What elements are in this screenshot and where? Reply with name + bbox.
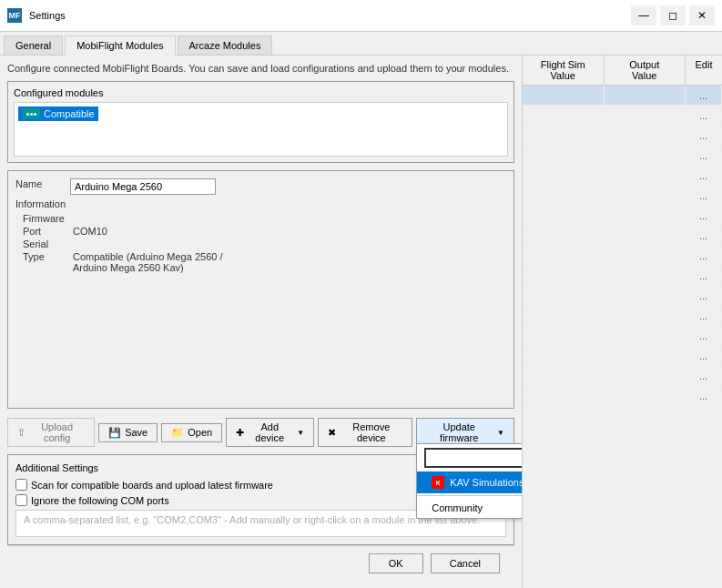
edit-dots-btn[interactable]: ... <box>699 310 707 321</box>
minimize-button[interactable]: ― <box>631 5 656 25</box>
table-row: ... <box>523 386 722 406</box>
edit-dots-btn[interactable]: ... <box>699 110 707 121</box>
scan-checkbox[interactable] <box>15 479 27 491</box>
open-button[interactable]: 📁 Open <box>161 423 222 442</box>
type-val: Compatible (Arduino Mega 2560 /Arduino M… <box>73 251 222 273</box>
edit-dots-btn[interactable]: ... <box>699 390 707 401</box>
window-title: Settings <box>29 10 624 21</box>
output-cell <box>605 266 686 285</box>
flight-cell <box>523 106 605 125</box>
edit-cell: ... <box>686 186 722 205</box>
edit-dots-btn[interactable]: ... <box>699 150 707 161</box>
add-device-button[interactable]: ✚ Add device ▼ <box>226 418 314 447</box>
right-table: Flight SimValue OutputValue Edit ... ... <box>523 56 722 588</box>
right-panel: Flight SimValue OutputValue Edit ... ... <box>522 56 722 588</box>
table-row: ... <box>523 286 722 306</box>
add-icon: ✚ <box>236 427 244 439</box>
edit-dots-btn[interactable]: ... <box>699 350 707 361</box>
flight-cell <box>523 186 605 205</box>
update-firmware-area: Update firmware ▼ K <box>416 418 514 447</box>
edit-cell: ... <box>686 206 722 225</box>
upload-config-button[interactable]: ⇧ Upload config <box>7 418 95 447</box>
kav-simulations-item[interactable]: K KAV Simulations ► <box>417 471 522 493</box>
output-col-header: OutputValue <box>605 56 686 85</box>
kav-icon: K <box>432 476 444 489</box>
upload-label: Upload config <box>29 421 85 443</box>
menu-separator <box>417 495 522 496</box>
edit-cell: ... <box>686 286 722 305</box>
edit-dots-btn[interactable]: ... <box>699 190 707 201</box>
module-item[interactable]: Compatible <box>18 106 98 121</box>
edit-dots-btn[interactable]: ... <box>699 90 707 101</box>
edit-dots-btn[interactable]: ... <box>699 210 707 221</box>
output-cell <box>605 346 686 365</box>
dot1 <box>26 113 29 116</box>
kav-icon-inner: K <box>432 476 444 489</box>
table-row: ... <box>523 126 722 146</box>
flight-cell <box>523 306 605 325</box>
output-cell <box>605 306 686 325</box>
table-row: ... <box>523 346 722 366</box>
output-cell <box>605 386 686 405</box>
remove-device-button[interactable]: ✖ Remove device <box>318 418 412 447</box>
serial-row: Serial <box>23 238 506 249</box>
configured-modules-label: Configured modules <box>14 87 508 98</box>
edit-cell: ... <box>686 346 722 365</box>
edit-dots-btn[interactable]: ... <box>699 250 707 261</box>
flight-cell <box>523 146 605 165</box>
edit-dots-btn[interactable]: ... <box>699 290 707 301</box>
table-row: ... <box>523 306 722 326</box>
edit-dots-btn[interactable]: ... <box>699 230 707 241</box>
edit-dots-btn[interactable]: ... <box>699 170 707 181</box>
arduino-dots <box>26 113 36 116</box>
port-key: Port <box>23 226 73 237</box>
table-header: Flight SimValue OutputValue Edit <box>523 56 722 86</box>
edit-dots-btn[interactable]: ... <box>699 130 707 141</box>
save-label: Save <box>125 427 147 438</box>
ignore-com-checkbox[interactable] <box>15 494 27 506</box>
edit-dots-btn[interactable]: ... <box>699 330 707 341</box>
remove-icon: ✖ <box>328 427 336 439</box>
table-row: ... <box>523 166 722 186</box>
edit-cell: ... <box>686 226 722 245</box>
edit-cell: ... <box>686 86 722 105</box>
close-button[interactable]: ✕ <box>689 5 715 25</box>
edit-dots-btn[interactable]: ... <box>699 270 707 281</box>
tab-mobiflight[interactable]: MobiFlight Modules <box>65 35 175 56</box>
cancel-button[interactable]: Cancel <box>431 553 500 573</box>
dropdown-search-input[interactable] <box>424 448 522 468</box>
table-row: ... <box>523 186 722 206</box>
ok-button[interactable]: OK <box>369 553 423 573</box>
dot2 <box>30 113 33 116</box>
flight-cell <box>523 126 605 145</box>
ignore-com-label: Ignore the following COM ports <box>31 495 169 506</box>
name-input[interactable] <box>70 178 216 195</box>
table-row: ... <box>523 146 722 166</box>
tab-arcaze[interactable]: Arcaze Modules <box>178 35 273 55</box>
edit-dots-btn[interactable]: ... <box>699 370 707 381</box>
output-cell <box>605 366 686 385</box>
flight-cell <box>523 86 605 105</box>
name-label: Name <box>15 178 70 189</box>
flight-cell <box>523 166 605 185</box>
firmware-key: Firmware <box>23 213 73 224</box>
window-controls: ― ◻ ✕ <box>631 5 715 25</box>
tab-general[interactable]: General <box>4 35 63 55</box>
edit-cell: ... <box>686 246 722 265</box>
settings-window: MF Settings ― ◻ ✕ General MobiFlight Mod… <box>0 0 722 588</box>
arduino-icon <box>22 108 40 119</box>
save-button[interactable]: 💾 Save <box>98 423 158 442</box>
info-grid: Firmware Port COM10 Serial Type Compatib… <box>23 213 506 273</box>
kav-item-content: K KAV Simulations <box>432 476 522 489</box>
flight-cell <box>523 326 605 345</box>
module-label: Compatible <box>44 108 95 119</box>
description-text: Configure connected MobiFlight Boards. Y… <box>7 63 514 74</box>
flight-cell <box>523 226 605 245</box>
table-row: ... <box>523 246 722 266</box>
maximize-button[interactable]: ◻ <box>660 5 686 25</box>
info-label: Information <box>15 198 506 209</box>
community-item[interactable]: Community ► <box>417 498 522 518</box>
add-label: Add device <box>248 421 291 443</box>
table-row: ... <box>523 106 722 126</box>
output-cell <box>605 86 686 105</box>
